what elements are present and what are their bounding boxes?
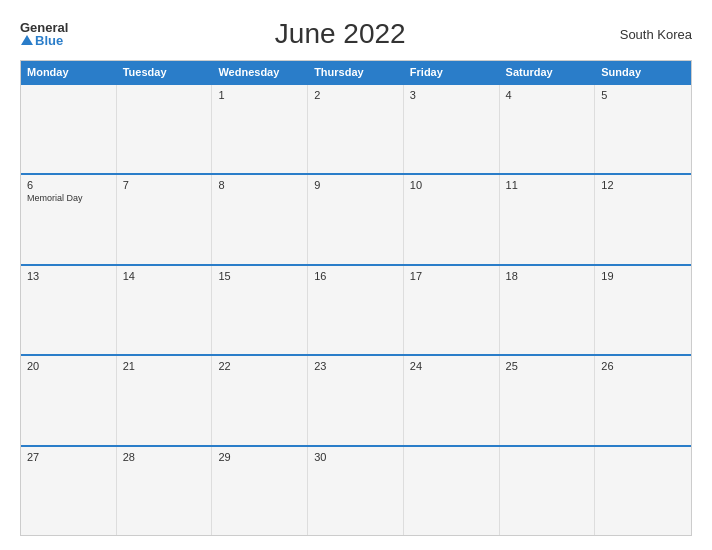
day-cell: 23 xyxy=(308,356,404,444)
header-sunday: Sunday xyxy=(595,61,691,83)
day-number: 15 xyxy=(218,270,301,282)
day-cell xyxy=(21,85,117,173)
day-cell: 2 xyxy=(308,85,404,173)
day-number: 29 xyxy=(218,451,301,463)
logo: General Blue xyxy=(20,21,68,47)
day-cell: 18 xyxy=(500,266,596,354)
day-number: 6 xyxy=(27,179,110,191)
day-cell: 30 xyxy=(308,447,404,535)
country-label: South Korea xyxy=(612,27,692,42)
day-cell: 6Memorial Day xyxy=(21,175,117,263)
day-number: 11 xyxy=(506,179,589,191)
header-thursday: Thursday xyxy=(308,61,404,83)
day-cell: 25 xyxy=(500,356,596,444)
week-row-3: 13141516171819 xyxy=(21,264,691,354)
day-number: 20 xyxy=(27,360,110,372)
day-cell: 16 xyxy=(308,266,404,354)
day-cell: 8 xyxy=(212,175,308,263)
day-number: 8 xyxy=(218,179,301,191)
day-number: 4 xyxy=(506,89,589,101)
day-cell: 13 xyxy=(21,266,117,354)
day-cell xyxy=(500,447,596,535)
logo-blue-row: Blue xyxy=(20,34,68,47)
day-cell: 4 xyxy=(500,85,596,173)
week-row-2: 6Memorial Day789101112 xyxy=(21,173,691,263)
day-number: 1 xyxy=(218,89,301,101)
day-number: 24 xyxy=(410,360,493,372)
day-cell: 20 xyxy=(21,356,117,444)
day-cell: 3 xyxy=(404,85,500,173)
logo-blue-text: Blue xyxy=(35,34,63,47)
day-cell xyxy=(404,447,500,535)
day-number: 28 xyxy=(123,451,206,463)
day-number: 27 xyxy=(27,451,110,463)
day-number: 16 xyxy=(314,270,397,282)
day-cell: 17 xyxy=(404,266,500,354)
day-cell: 10 xyxy=(404,175,500,263)
day-cell: 1 xyxy=(212,85,308,173)
day-number: 2 xyxy=(314,89,397,101)
day-event: Memorial Day xyxy=(27,193,110,203)
header-tuesday: Tuesday xyxy=(117,61,213,83)
day-cell: 11 xyxy=(500,175,596,263)
day-cell: 22 xyxy=(212,356,308,444)
day-number: 25 xyxy=(506,360,589,372)
day-number: 26 xyxy=(601,360,685,372)
day-number: 5 xyxy=(601,89,685,101)
day-cell xyxy=(595,447,691,535)
day-headers: Monday Tuesday Wednesday Thursday Friday… xyxy=(21,61,691,83)
day-number: 9 xyxy=(314,179,397,191)
day-number: 12 xyxy=(601,179,685,191)
day-number: 7 xyxy=(123,179,206,191)
day-cell xyxy=(117,85,213,173)
day-cell: 27 xyxy=(21,447,117,535)
day-cell: 12 xyxy=(595,175,691,263)
day-cell: 21 xyxy=(117,356,213,444)
day-number: 17 xyxy=(410,270,493,282)
header-saturday: Saturday xyxy=(500,61,596,83)
day-number: 10 xyxy=(410,179,493,191)
day-cell: 9 xyxy=(308,175,404,263)
day-cell: 29 xyxy=(212,447,308,535)
page: General Blue June 2022 South Korea Monda… xyxy=(0,0,712,550)
calendar-title: June 2022 xyxy=(68,18,612,50)
calendar: Monday Tuesday Wednesday Thursday Friday… xyxy=(20,60,692,536)
day-number: 14 xyxy=(123,270,206,282)
day-number: 19 xyxy=(601,270,685,282)
day-number: 22 xyxy=(218,360,301,372)
header-monday: Monday xyxy=(21,61,117,83)
day-number: 30 xyxy=(314,451,397,463)
week-row-1: 12345 xyxy=(21,83,691,173)
day-cell: 19 xyxy=(595,266,691,354)
day-cell: 15 xyxy=(212,266,308,354)
weeks: 123456Memorial Day7891011121314151617181… xyxy=(21,83,691,535)
week-row-5: 27282930 xyxy=(21,445,691,535)
header-friday: Friday xyxy=(404,61,500,83)
day-number: 21 xyxy=(123,360,206,372)
day-cell: 5 xyxy=(595,85,691,173)
day-cell: 7 xyxy=(117,175,213,263)
day-cell: 26 xyxy=(595,356,691,444)
header-wednesday: Wednesday xyxy=(212,61,308,83)
day-number: 3 xyxy=(410,89,493,101)
week-row-4: 20212223242526 xyxy=(21,354,691,444)
day-number: 23 xyxy=(314,360,397,372)
header: General Blue June 2022 South Korea xyxy=(20,18,692,50)
day-cell: 24 xyxy=(404,356,500,444)
day-cell: 28 xyxy=(117,447,213,535)
logo-triangle-icon xyxy=(21,35,33,45)
day-cell: 14 xyxy=(117,266,213,354)
day-number: 13 xyxy=(27,270,110,282)
day-number: 18 xyxy=(506,270,589,282)
